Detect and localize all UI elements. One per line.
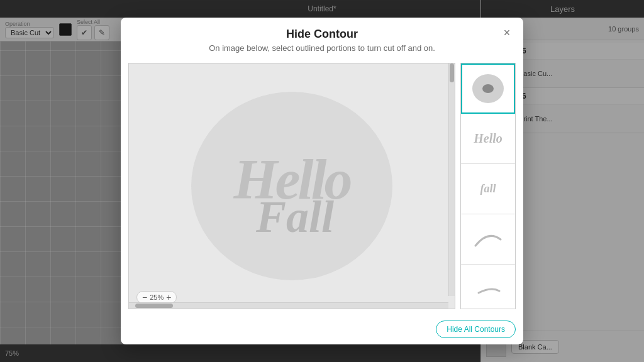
thumb-item-hello[interactable]: Hello <box>461 114 515 164</box>
modal-footer: Hide All Contours <box>121 317 523 344</box>
zoom-out-btn[interactable]: − <box>142 293 147 302</box>
thumb-curve1-svg <box>469 227 507 252</box>
fall-text: Fall <box>256 191 334 243</box>
thumb-fall-text: fall <box>480 182 496 195</box>
scrollbar-h-thumb[interactable] <box>135 304 173 308</box>
modal-title: Hide Contour <box>133 28 511 41</box>
thumb-item-curve2[interactable] <box>461 265 515 309</box>
canvas-scrollbar-vertical[interactable] <box>448 63 455 296</box>
contour-canvas[interactable]: Hello Fall − 25% + <box>128 63 455 309</box>
zoom-controls: − 25% + <box>136 291 177 304</box>
thumb-item-fall[interactable]: fall <box>461 164 515 214</box>
thumb-item-curve1[interactable] <box>461 214 515 265</box>
thumb-dot <box>482 84 494 93</box>
modal-header: Hide Contour On image below, select outl… <box>121 18 523 58</box>
thumb-curve2-svg <box>469 277 507 302</box>
zoom-percent: 25% <box>150 293 164 301</box>
thumbnail-strip: Hello fall <box>460 63 516 309</box>
zoom-in-btn[interactable]: + <box>166 293 171 302</box>
canvas-scrollbar-horizontal[interactable] <box>129 302 448 309</box>
artwork: Hello Fall <box>129 63 455 309</box>
hide-all-contours-btn[interactable]: Hide All Contours <box>436 321 516 338</box>
modal-close-btn[interactable]: × <box>499 25 514 40</box>
modal-overlay: Hide Contour On image below, select outl… <box>0 0 644 362</box>
thumb-hello-text: Hello <box>474 131 502 146</box>
thumb-item-circle[interactable] <box>461 63 515 114</box>
hide-contour-modal: Hide Contour On image below, select outl… <box>121 18 523 344</box>
modal-body: Hello Fall − 25% + <box>121 58 523 317</box>
thumb-circle <box>472 74 504 103</box>
modal-subtitle: On image below, select outlined portions… <box>133 43 511 53</box>
scrollbar-v-thumb[interactable] <box>450 63 454 82</box>
